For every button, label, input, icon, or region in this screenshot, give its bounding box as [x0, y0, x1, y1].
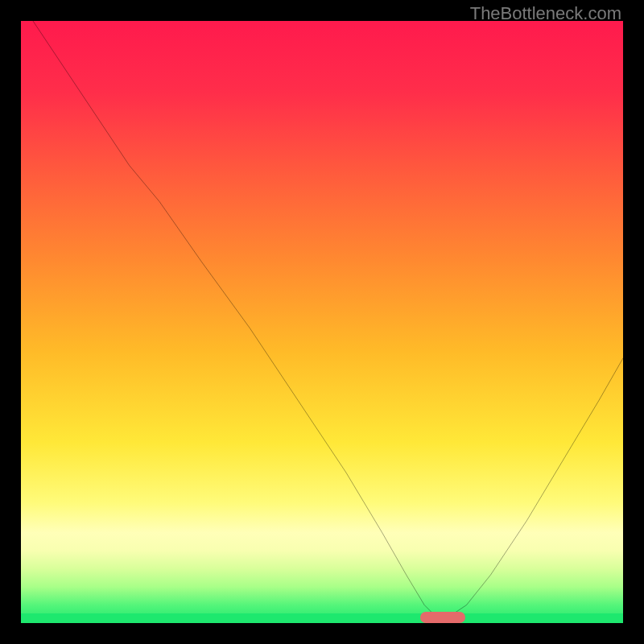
chart-plot-area [21, 21, 623, 623]
optimal-marker [420, 612, 465, 623]
watermark-label: TheBottleneck.com [470, 3, 621, 24]
chart-baseline-band [21, 613, 623, 623]
